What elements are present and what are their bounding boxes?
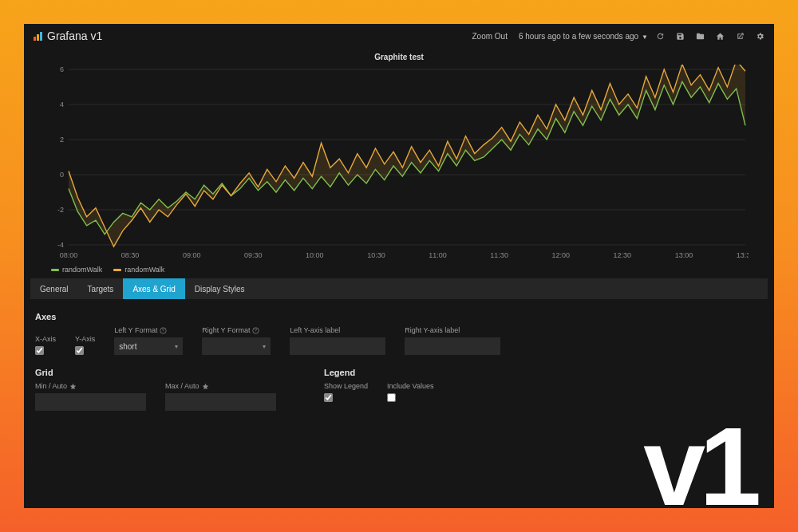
- timeseries-plot[interactable]: -4-2024608:0008:3009:0009:3010:0010:3011…: [49, 65, 749, 262]
- svg-text:12:00: 12:00: [551, 251, 570, 259]
- grid-section-title: Grid: [35, 368, 276, 377]
- save-icon[interactable]: [676, 32, 685, 41]
- y-axis-label: Y-Axis: [75, 335, 95, 343]
- star-icon: [69, 383, 77, 390]
- x-axis-label: X-Axis: [35, 335, 56, 343]
- include-values-checkbox[interactable]: [387, 393, 396, 402]
- legend-item[interactable]: randomWalk: [113, 266, 164, 274]
- svg-text:13:30: 13:30: [737, 251, 749, 259]
- refresh-icon[interactable]: [656, 32, 665, 41]
- svg-text:-4: -4: [57, 241, 64, 249]
- svg-text:11:00: 11:00: [429, 251, 447, 259]
- svg-text:13:00: 13:00: [675, 251, 693, 259]
- grid-max-input[interactable]: [165, 393, 276, 411]
- grid-max-label: Max / Auto: [165, 382, 276, 390]
- left-y-axis-label-input[interactable]: [290, 337, 385, 355]
- left-y-format-label: Left Y Format ?: [114, 326, 183, 334]
- time-range-picker[interactable]: 6 hours ago to a few seconds ago▼: [519, 32, 648, 41]
- home-icon[interactable]: [716, 32, 725, 41]
- svg-text:10:00: 10:00: [306, 251, 324, 259]
- show-legend-label: Show Legend: [324, 382, 368, 390]
- axes-section-title: Axes: [35, 312, 763, 321]
- topbar: Grafana v1 Zoom Out 6 hours ago to a few…: [24, 24, 774, 48]
- right-y-format-label: Right Y Format ?: [202, 326, 271, 334]
- svg-text:4: 4: [60, 100, 64, 108]
- brand-title: Grafana v1: [47, 30, 102, 42]
- caret-down-icon: ▾: [175, 343, 178, 350]
- zoom-out-button[interactable]: Zoom Out: [472, 32, 508, 41]
- right-y-axis-label-label: Right Y-axis label: [405, 326, 500, 334]
- right-y-axis-label-input[interactable]: [405, 337, 500, 355]
- svg-text:6: 6: [60, 65, 64, 73]
- svg-text:08:30: 08:30: [121, 251, 140, 259]
- brand[interactable]: Grafana v1: [34, 30, 102, 42]
- time-controls: Zoom Out 6 hours ago to a few seconds ag…: [472, 32, 649, 41]
- toolbar-icons: [656, 32, 764, 41]
- folder-open-icon[interactable]: [696, 32, 705, 41]
- editor-tabs: GeneralTargetsAxes & GridDisplay Styles: [30, 278, 768, 299]
- x-axis-checkbox[interactable]: [35, 346, 44, 355]
- grid-min-input[interactable]: [35, 393, 146, 411]
- tab-general[interactable]: General: [30, 278, 78, 299]
- legend-section-title: Legend: [324, 368, 433, 377]
- svg-text:0: 0: [60, 171, 64, 179]
- star-icon: [202, 383, 209, 390]
- left-y-axis-label-label: Left Y-axis label: [290, 326, 385, 334]
- grafana-logo-icon: [34, 31, 42, 41]
- chart-legend: randomWalkrandomWalk: [49, 262, 749, 278]
- caret-down-icon: ▾: [263, 343, 266, 350]
- svg-text:09:00: 09:00: [183, 251, 201, 259]
- left-y-format-select[interactable]: short▾: [114, 337, 183, 355]
- y-axis-checkbox[interactable]: [75, 346, 84, 355]
- svg-text:-2: -2: [57, 206, 64, 214]
- svg-text:11:30: 11:30: [490, 251, 508, 259]
- svg-text:10:30: 10:30: [367, 251, 385, 259]
- svg-text:12:30: 12:30: [614, 251, 632, 259]
- caret-down-icon: ▼: [642, 33, 648, 41]
- svg-text:08:00: 08:00: [60, 251, 78, 259]
- tab-display-styles[interactable]: Display Styles: [185, 278, 255, 299]
- svg-text:2: 2: [60, 136, 64, 144]
- right-y-format-select[interactable]: ▾: [202, 337, 271, 355]
- gear-icon[interactable]: [756, 32, 764, 41]
- include-values-label: Include Values: [387, 382, 433, 390]
- app-panel: Grafana v1 Zoom Out 6 hours ago to a few…: [24, 24, 774, 508]
- tab-axes-grid[interactable]: Axes & Grid: [123, 278, 184, 299]
- chart-title: Graphite test: [49, 51, 749, 65]
- help-icon: ?: [252, 327, 259, 334]
- svg-text:?: ?: [255, 328, 257, 333]
- svg-text:09:30: 09:30: [244, 251, 263, 259]
- help-icon: ?: [160, 327, 167, 334]
- chart-area: Graphite test -4-2024608:0008:3009:0009:…: [24, 48, 774, 278]
- share-icon[interactable]: [736, 32, 745, 41]
- svg-text:?: ?: [162, 328, 164, 333]
- legend-item[interactable]: randomWalk: [51, 266, 102, 274]
- grid-min-label: Min / Auto: [35, 382, 146, 390]
- show-legend-checkbox[interactable]: [324, 393, 333, 402]
- settings-body: Axes X-Axis Y-Axis Left Y Format ? short…: [24, 299, 774, 427]
- tab-targets[interactable]: Targets: [78, 278, 124, 299]
